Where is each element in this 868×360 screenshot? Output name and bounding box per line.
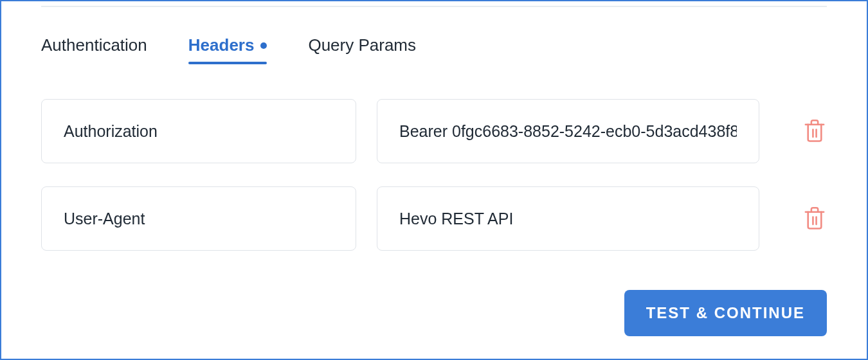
header-row bbox=[41, 186, 827, 251]
header-key-input[interactable] bbox=[41, 186, 356, 251]
tab-headers[interactable]: Headers bbox=[188, 35, 267, 64]
trash-icon bbox=[804, 120, 825, 143]
tab-authentication-label: Authentication bbox=[41, 35, 147, 55]
header-value-input[interactable] bbox=[377, 99, 759, 163]
header-value-input[interactable] bbox=[377, 186, 759, 251]
header-row bbox=[41, 99, 827, 163]
tab-headers-label: Headers bbox=[188, 35, 255, 55]
test-continue-button[interactable]: TEST & CONTINUE bbox=[624, 290, 827, 336]
config-panel: Authentication Headers Query Params bbox=[0, 0, 868, 360]
delete-header-button[interactable] bbox=[802, 206, 827, 231]
trash-icon bbox=[804, 207, 825, 230]
tab-authentication[interactable]: Authentication bbox=[41, 35, 147, 64]
headers-form bbox=[41, 99, 827, 251]
tabs-bar: Authentication Headers Query Params bbox=[41, 7, 827, 64]
delete-header-button[interactable] bbox=[802, 118, 827, 144]
header-key-input[interactable] bbox=[41, 99, 356, 163]
content-area: Authentication Headers Query Params bbox=[1, 6, 867, 360]
tab-query-params-label: Query Params bbox=[308, 35, 416, 55]
tab-query-params[interactable]: Query Params bbox=[308, 35, 416, 64]
tab-indicator-dot-icon bbox=[260, 42, 267, 49]
footer-actions: TEST & CONTINUE bbox=[624, 290, 827, 336]
